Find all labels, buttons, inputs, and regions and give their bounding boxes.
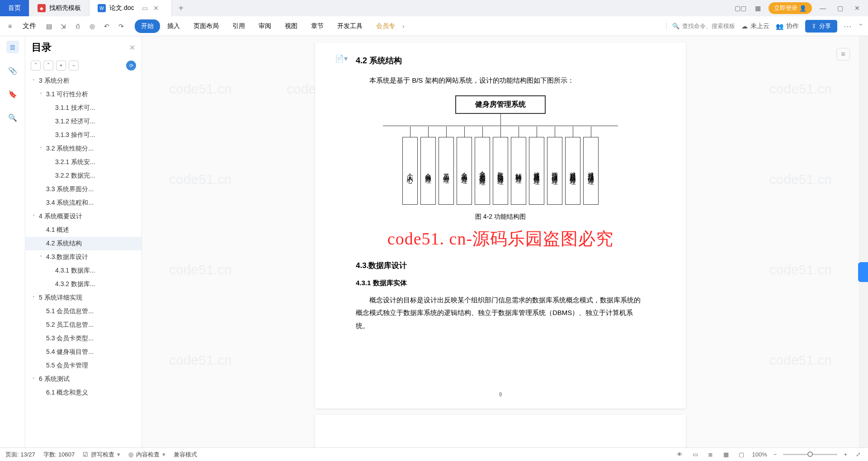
outline-item[interactable]: ˅3 系统分析 bbox=[25, 74, 142, 88]
ribbon-tab-vip[interactable]: 会员专 bbox=[370, 19, 401, 33]
diagram-node: 指导项目管理 bbox=[547, 137, 562, 205]
zoom-out-icon[interactable]: − bbox=[774, 451, 777, 458]
ribbon-collapse-icon[interactable]: ⌃ bbox=[858, 23, 863, 30]
bg-watermark: code51.cn bbox=[769, 172, 832, 187]
window-close-icon[interactable]: ✕ bbox=[851, 2, 863, 14]
layout-icon[interactable]: ▢▢ bbox=[734, 2, 747, 14]
window-minimize-icon[interactable]: — bbox=[816, 2, 829, 14]
attachment-icon[interactable]: 📎 bbox=[6, 64, 19, 77]
new-tab-button[interactable]: + bbox=[172, 0, 190, 16]
view-read-icon[interactable]: ▢ bbox=[737, 450, 746, 459]
outline-item[interactable]: 3.2.1 系统安... bbox=[25, 155, 142, 169]
outline-item-label: 3.2 系统性能分... bbox=[46, 145, 94, 153]
ribbon-more-icon[interactable]: ⋯ bbox=[844, 21, 852, 31]
outline-item[interactable]: 3.4 系统流程和... bbox=[25, 196, 142, 210]
zoom-slider[interactable] bbox=[783, 454, 837, 455]
outline-item-label: 3.1.3 操作可... bbox=[55, 131, 95, 139]
ribbon-tab-start[interactable]: 开始 bbox=[135, 19, 160, 33]
outline-item[interactable]: ˅3.1 可行性分析 bbox=[25, 88, 142, 101]
ribbon-tab-section[interactable]: 章节 bbox=[305, 19, 330, 33]
outline-item[interactable]: 4.3.1 数据库... bbox=[25, 264, 142, 278]
side-feedback-tab[interactable] bbox=[858, 262, 868, 282]
document-viewport[interactable]: code51.cn code51.cn code51.cn code51.cn … bbox=[142, 36, 859, 447]
view-web-icon[interactable]: ▦ bbox=[722, 450, 731, 459]
login-label: 立即登录 bbox=[774, 4, 797, 12]
outline-item[interactable]: 5.3 会员卡类型... bbox=[25, 332, 142, 345]
ribbon-scroll-right-icon[interactable]: › bbox=[402, 23, 405, 30]
outline-item[interactable]: 4.2 系统结构 bbox=[25, 237, 142, 250]
tab-close-icon[interactable]: ✕ bbox=[153, 5, 159, 12]
undo-icon[interactable]: ↶ bbox=[101, 21, 112, 32]
outline-item[interactable]: 5.5 会员卡管理 bbox=[25, 359, 142, 372]
reading-mode-icon[interactable]: 👁 bbox=[675, 450, 684, 459]
status-page[interactable]: 页面: 13/27 bbox=[5, 451, 35, 459]
outline-item[interactable]: 3.1.3 操作可... bbox=[25, 128, 142, 142]
outline-item[interactable]: 5.2 员工信息管... bbox=[25, 318, 142, 332]
outline-item[interactable]: 5.1 会员信息管... bbox=[25, 305, 142, 318]
ribbon-tab-review[interactable]: 审阅 bbox=[252, 19, 278, 33]
outline-item[interactable]: 4.1 概述 bbox=[25, 223, 142, 237]
outline-close-icon[interactable]: ✕ bbox=[129, 43, 135, 52]
page-options-icon[interactable]: 📄▾ bbox=[335, 54, 348, 63]
content-check-toggle[interactable]: ◎ 内容检查▾ bbox=[128, 451, 165, 459]
bookmark-icon[interactable]: 🔖 bbox=[6, 88, 19, 100]
save-icon[interactable]: ▤ bbox=[43, 21, 54, 32]
outline-expand-all[interactable]: ˄ bbox=[43, 61, 53, 71]
share-button[interactable]: ⇪ 分享 bbox=[805, 20, 837, 33]
outline-item-label: 3.4 系统流程和... bbox=[46, 199, 94, 207]
export-icon[interactable]: ⇲ bbox=[58, 21, 69, 32]
outline-item[interactable]: 6.1 概念和意义 bbox=[25, 386, 142, 400]
status-wordcount[interactable]: 字数: 10607 bbox=[43, 451, 75, 459]
preview-icon[interactable]: ◎ bbox=[87, 21, 98, 32]
outline-collapse-all[interactable]: ˅ bbox=[31, 61, 41, 71]
outline-item[interactable]: ˅4.3.数据库设计 bbox=[25, 250, 142, 264]
chevron-down-icon: ˅ bbox=[33, 296, 39, 301]
command-search[interactable]: 🔍 查找命令、搜索模板 bbox=[666, 22, 735, 30]
toolbox-handle[interactable]: ≡ bbox=[836, 48, 850, 61]
tab-home[interactable]: 首页 bbox=[0, 0, 29, 16]
ribbon-tab-layout[interactable]: 页面布局 bbox=[187, 19, 225, 33]
outline-item-label: 5.3 会员卡类型... bbox=[46, 334, 94, 343]
view-outline-icon[interactable]: ≣ bbox=[706, 450, 715, 459]
outline-item[interactable]: ˅6 系统测试 bbox=[25, 372, 142, 386]
compat-mode[interactable]: 兼容模式 bbox=[174, 451, 197, 459]
outline-item[interactable]: 5.4 健身项目管... bbox=[25, 345, 142, 359]
ribbon-tab-devtools[interactable]: 开发工具 bbox=[331, 19, 369, 33]
red-watermark: code51. cn-源码乐园盗图必究 bbox=[356, 227, 645, 250]
ribbon-tab-reference[interactable]: 引用 bbox=[226, 19, 251, 33]
scrollbar[interactable] bbox=[859, 36, 868, 447]
outline-item[interactable]: 3.2.2 数据完... bbox=[25, 169, 142, 183]
zoom-in-icon[interactable]: + bbox=[844, 451, 847, 458]
outline-item[interactable]: 3.1.2 经济可... bbox=[25, 115, 142, 128]
outline-item[interactable]: 3.1.1 技术可... bbox=[25, 101, 142, 115]
outline-nav-icon[interactable]: ≣ bbox=[6, 41, 19, 53]
outline-item[interactable]: ˅5 系统详细实现 bbox=[25, 291, 142, 305]
zoom-label[interactable]: 100% bbox=[752, 451, 767, 458]
outline-remove[interactable]: − bbox=[69, 61, 79, 71]
search-rail-icon[interactable]: 🔍 bbox=[6, 111, 19, 124]
window-mode-icon[interactable]: ▭ bbox=[142, 5, 148, 12]
window-maximize-icon[interactable]: ▢ bbox=[834, 2, 846, 14]
outline-item[interactable]: 3.3 系统界面分... bbox=[25, 183, 142, 196]
print-icon[interactable]: ⎙ bbox=[72, 21, 83, 32]
outline-item[interactable]: 4.3.2 数据库... bbox=[25, 278, 142, 291]
tab-document[interactable]: W 论文.doc ▭ ✕ bbox=[90, 0, 172, 16]
cloud-status[interactable]: ☁ 未上云 bbox=[741, 22, 769, 30]
apps-icon[interactable]: ▦ bbox=[751, 2, 764, 14]
ribbon-tab-insert[interactable]: 插入 bbox=[161, 19, 186, 33]
outline-item[interactable]: ˅3.2 系统性能分... bbox=[25, 142, 142, 155]
tab-template[interactable]: ◆ 找稻壳模板 bbox=[29, 0, 90, 16]
redo-icon[interactable]: ↷ bbox=[116, 21, 127, 32]
spellcheck-toggle[interactable]: ☑ 拼写检查▾ bbox=[83, 451, 120, 459]
outline-add[interactable]: + bbox=[56, 61, 66, 71]
outline-sync-icon[interactable]: ⟳ bbox=[126, 61, 136, 71]
outline-item[interactable]: ˅4 系统概要设计 bbox=[25, 210, 142, 223]
ribbon-tab-view[interactable]: 视图 bbox=[278, 19, 304, 33]
view-page-icon[interactable]: ▭ bbox=[691, 450, 700, 459]
docer-icon: ◆ bbox=[38, 4, 46, 12]
fit-width-icon[interactable]: ⤢ bbox=[854, 450, 863, 459]
file-menu[interactable]: 文件 bbox=[19, 22, 40, 30]
menu-icon[interactable]: ≡ bbox=[5, 21, 15, 32]
login-button[interactable]: 立即登录 👤 bbox=[769, 2, 812, 14]
collaborate-button[interactable]: 👥 协作 bbox=[776, 22, 799, 30]
